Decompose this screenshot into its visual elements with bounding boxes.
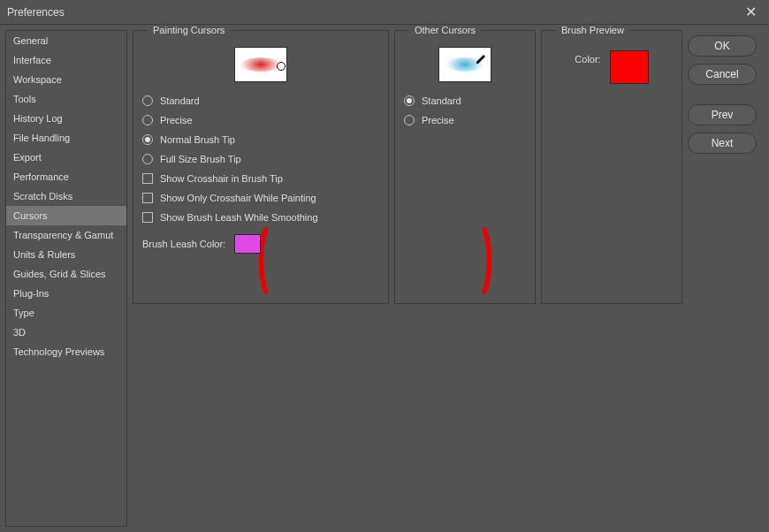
radio-label: Standard <box>422 95 461 106</box>
radio-label: Precise <box>422 115 454 125</box>
other-cursors-title: Other Cursors <box>409 25 481 35</box>
radio-icon <box>142 115 153 125</box>
sidebar-item-cursors[interactable]: Cursors <box>6 206 126 225</box>
radio-other-precise[interactable]: Precise <box>404 110 526 130</box>
brush-preview-color-swatch[interactable] <box>610 50 649 84</box>
ok-button[interactable]: OK <box>688 35 757 57</box>
sidebar-item-export[interactable]: Export <box>6 148 126 167</box>
preferences-dialog: Preferences ✕ General Interface Workspac… <box>0 0 769 532</box>
eyedropper-icon <box>474 54 486 66</box>
main-panel: ( ) Painting Cursors Standard Precise No <box>133 30 764 527</box>
next-button[interactable]: Next <box>688 133 757 154</box>
sidebar-item-general[interactable]: General <box>6 31 126 50</box>
sidebar-item-interface[interactable]: Interface <box>6 50 126 70</box>
sidebar-item-workspace[interactable]: Workspace <box>6 70 126 89</box>
brush-preview-title: Brush Preview <box>556 25 629 35</box>
checkbox-icon <box>142 212 153 223</box>
button-column: OK Cancel Prev Next <box>688 30 757 527</box>
other-cursors-group: Other Cursors Standard Precise <box>394 30 536 304</box>
check-show-only-crosshair[interactable]: Show Only Crosshair While Painting <box>142 188 379 208</box>
painting-cursors-title: Painting Cursors <box>148 25 230 35</box>
sidebar: General Interface Workspace Tools Histor… <box>5 30 127 527</box>
radio-label: Full Size Brush Tip <box>160 154 241 164</box>
sidebar-item-history-log[interactable]: History Log <box>6 109 126 128</box>
radio-icon <box>142 134 153 145</box>
sidebar-item-transparency-gamut[interactable]: Transparency & Gamut <box>6 225 126 245</box>
sidebar-item-file-handling[interactable]: File Handling <box>6 128 126 148</box>
brush-preview-color-label: Color: <box>575 50 600 65</box>
brush-stroke-icon <box>445 57 484 72</box>
dialog-title: Preferences <box>7 6 65 19</box>
radio-icon <box>142 154 153 164</box>
brush-preview-color-row: Color: <box>551 47 673 87</box>
radio-icon <box>404 115 415 125</box>
radio-label: Standard <box>160 95 200 106</box>
sidebar-item-tools[interactable]: Tools <box>6 89 126 109</box>
brush-leash-color-row: Brush Leash Color: <box>142 234 379 254</box>
cancel-button[interactable]: Cancel <box>688 64 757 85</box>
painting-cursor-preview <box>234 47 287 82</box>
check-show-brush-leash[interactable]: Show Brush Leash While Smoothing <box>142 208 379 227</box>
check-label: Show Crosshair in Brush Tip <box>160 173 283 184</box>
checkbox-icon <box>142 173 153 184</box>
radio-standard[interactable]: Standard <box>142 91 379 110</box>
sidebar-item-technology-previews[interactable]: Technology Previews <box>6 342 126 361</box>
titlebar: Preferences ✕ <box>0 0 769 25</box>
radio-precise[interactable]: Precise <box>142 110 379 130</box>
sidebar-item-type[interactable]: Type <box>6 303 126 323</box>
close-icon[interactable]: ✕ <box>740 2 762 22</box>
brush-preview-group: Brush Preview Color: <box>541 30 682 304</box>
brush-leash-color-swatch[interactable] <box>234 234 261 254</box>
dialog-body: General Interface Workspace Tools Histor… <box>0 25 769 532</box>
radio-icon <box>142 95 153 106</box>
sidebar-item-3d[interactable]: 3D <box>6 323 126 342</box>
sidebar-item-scratch-disks[interactable]: Scratch Disks <box>6 186 126 206</box>
check-label: Show Brush Leash While Smoothing <box>160 212 318 223</box>
radio-label: Precise <box>160 115 193 125</box>
sidebar-item-guides-grid-slices[interactable]: Guides, Grid & Slices <box>6 264 126 284</box>
sidebar-item-units-rulers[interactable]: Units & Rulers <box>6 245 126 264</box>
radio-icon <box>404 95 415 106</box>
sidebar-item-plug-ins[interactable]: Plug-Ins <box>6 284 126 303</box>
brush-leash-color-label: Brush Leash Color: <box>142 239 225 249</box>
other-cursor-preview <box>438 47 491 82</box>
radio-normal-brush-tip[interactable]: Normal Brush Tip <box>142 130 379 149</box>
radio-full-size-brush-tip[interactable]: Full Size Brush Tip <box>142 149 379 169</box>
radio-label: Normal Brush Tip <box>160 134 235 145</box>
painting-cursors-group: Painting Cursors Standard Precise Normal… <box>133 30 389 304</box>
checkbox-icon <box>142 193 153 203</box>
brush-stroke-icon <box>240 57 282 72</box>
radio-other-standard[interactable]: Standard <box>404 91 526 110</box>
sidebar-item-performance[interactable]: Performance <box>6 167 126 186</box>
prev-button[interactable]: Prev <box>688 104 757 125</box>
check-label: Show Only Crosshair While Painting <box>160 193 316 203</box>
check-show-crosshair[interactable]: Show Crosshair in Brush Tip <box>142 169 379 188</box>
